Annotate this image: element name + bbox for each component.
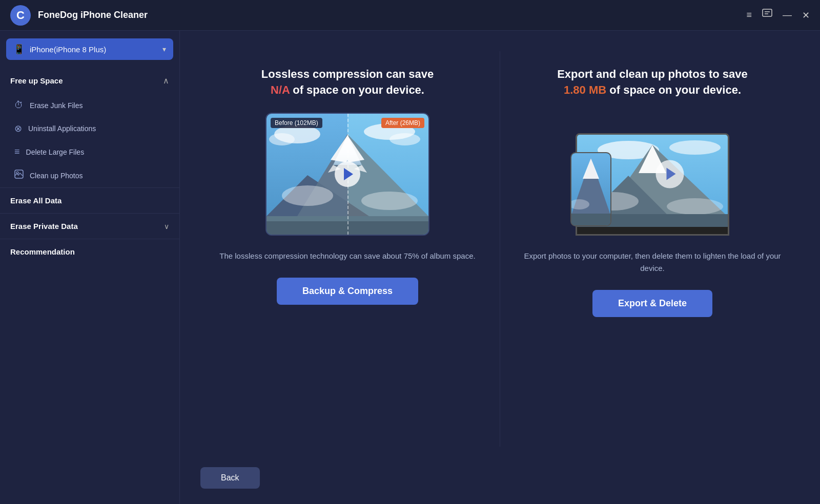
export-delete-button[interactable]: Export & Delete	[592, 290, 712, 317]
export-headline-part2: of space on your device.	[609, 83, 741, 96]
sidebar-section-free-up-space: Free up Space ∧ ⏱ Erase Junk Files ⊗ Uni…	[0, 68, 179, 187]
compress-highlight: N/A	[271, 83, 290, 96]
minimize-button[interactable]: —	[783, 10, 792, 20]
label-before: Before (102MB)	[271, 118, 322, 128]
sidebar-item-uninstall-apps[interactable]: ⊗ Uninstall Applications	[0, 117, 179, 140]
files-icon: ≡	[14, 146, 20, 157]
erase-junk-label: Erase Junk Files	[30, 101, 83, 110]
compress-card: Lossless compression can save N/A of spa…	[195, 51, 500, 447]
svg-point-30	[669, 140, 721, 155]
app-title: FoneDog iPhone Cleaner	[38, 10, 148, 20]
uninstall-apps-label: Uninstall Applications	[28, 124, 96, 133]
play-button-export[interactable]	[656, 160, 684, 188]
svg-point-6	[16, 172, 18, 174]
clock-icon: ⏱	[14, 100, 24, 111]
bottom-bar: Back	[180, 457, 820, 504]
sidebar-item-erase-all-data[interactable]: Erase All Data	[0, 188, 179, 213]
sidebar-item-erase-private-data[interactable]: Erase Private Data ∨	[0, 214, 179, 239]
phone-screen	[571, 153, 610, 225]
laptop-base	[576, 234, 729, 236]
phone-mockup	[570, 152, 611, 226]
svg-point-24	[282, 185, 333, 206]
chat-button[interactable]	[762, 9, 772, 22]
device-icon: 📱	[13, 44, 25, 55]
export-highlight: 1.80 MB	[564, 83, 606, 96]
compression-preview: Before (102MB) After (26MB)	[265, 113, 429, 236]
content-area: Lossless compression can save N/A of spa…	[179, 31, 820, 504]
main-layout: 📱 iPhone(iPhone 8 Plus) ▾ Free up Space …	[0, 31, 820, 504]
compress-headline: Lossless compression can save N/A of spa…	[261, 67, 434, 98]
device-label: iPhone(iPhone 8 Plus)	[30, 45, 106, 54]
chevron-down-icon: ▾	[162, 45, 166, 53]
back-button[interactable]: Back	[200, 467, 260, 489]
compress-headline-part2: of space on your device.	[293, 83, 424, 96]
play-triangle-export-icon	[667, 168, 676, 180]
label-after: After (26MB)	[381, 118, 424, 128]
play-triangle-icon	[344, 168, 353, 180]
compress-headline-part1: Lossless compression can save	[261, 68, 434, 80]
svg-point-25	[361, 192, 418, 210]
export-card: Export and clean up photos to save 1.80 …	[500, 51, 805, 447]
svg-rect-42	[571, 214, 610, 225]
svg-point-14	[389, 133, 420, 145]
compress-description: The lossless compression technology can …	[219, 250, 475, 262]
play-button-compress[interactable]	[335, 161, 360, 187]
collapse-icon: ∧	[163, 76, 169, 86]
sidebar-item-recommendation[interactable]: Recommendation	[0, 239, 179, 264]
svg-rect-2	[763, 9, 772, 16]
apps-icon: ⊗	[14, 123, 22, 134]
phone-screen-image	[571, 153, 610, 225]
cards-container: Lossless compression can save N/A of spa…	[180, 31, 820, 457]
menu-button[interactable]: ≡	[746, 10, 752, 20]
chevron-down-private-icon: ∨	[164, 222, 169, 230]
export-headline: Export and clean up photos to save 1.80 …	[557, 67, 748, 98]
title-bar: C FoneDog iPhone Cleaner ≡ — ✕	[0, 0, 820, 31]
svg-text:C: C	[16, 9, 25, 22]
photos-icon	[14, 170, 24, 181]
export-description: Export photos to your computer, then del…	[521, 250, 784, 275]
close-button[interactable]: ✕	[802, 10, 810, 21]
clean-photos-label: Clean up Photos	[30, 172, 83, 180]
svg-point-12	[269, 133, 295, 145]
title-bar-left: C FoneDog iPhone Cleaner	[10, 5, 148, 26]
app-logo-icon: C	[10, 5, 31, 26]
sidebar: 📱 iPhone(iPhone 8 Plus) ▾ Free up Space …	[0, 31, 179, 504]
export-headline-part1: Export and clean up photos to save	[557, 68, 748, 80]
delete-large-label: Delete Large Files	[26, 148, 85, 156]
free-up-space-header[interactable]: Free up Space ∧	[0, 68, 179, 94]
free-up-space-title: Free up Space	[10, 76, 63, 85]
sidebar-item-erase-junk[interactable]: ⏱ Erase Junk Files	[0, 94, 179, 117]
title-bar-controls: ≡ — ✕	[746, 9, 810, 22]
device-selector[interactable]: 📱 iPhone(iPhone 8 Plus) ▾	[6, 38, 173, 60]
backup-compress-button[interactable]: Backup & Compress	[277, 278, 418, 305]
svg-point-36	[667, 198, 723, 215]
sidebar-item-clean-photos[interactable]: Clean up Photos	[0, 163, 179, 187]
export-preview	[565, 113, 740, 236]
sidebar-item-delete-large[interactable]: ≡ Delete Large Files	[0, 140, 179, 163]
